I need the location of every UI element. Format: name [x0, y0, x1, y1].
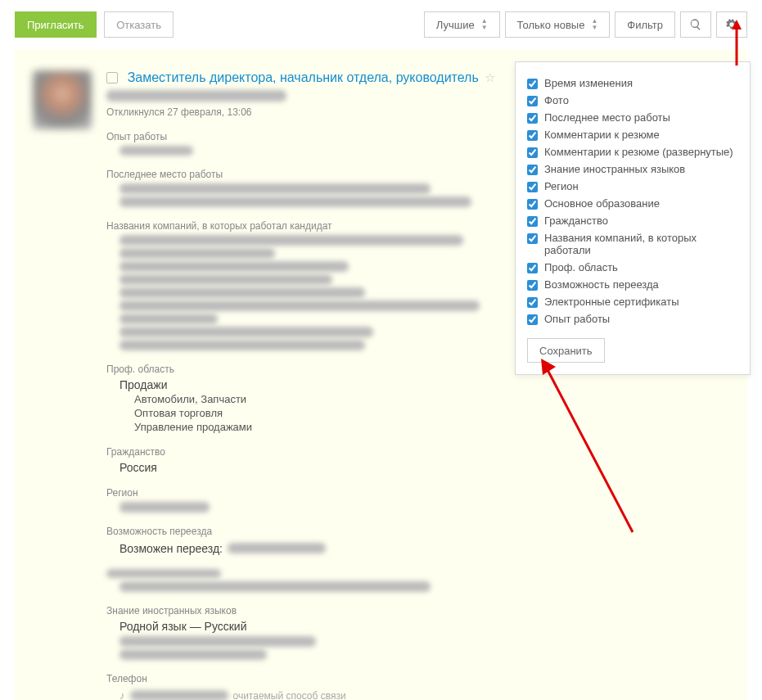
panel-option-label: Названия компаний, в которых работали [544, 232, 738, 256]
panel-option[interactable]: Проф. область [527, 261, 738, 273]
panel-option[interactable]: Названия компаний, в которых работали [527, 232, 738, 256]
panel-option-checkbox[interactable] [527, 297, 538, 308]
decline-button[interactable]: Отказать [104, 11, 174, 38]
filter-button[interactable]: Фильтр [615, 11, 675, 38]
avatar [33, 70, 92, 129]
panel-option-checkbox[interactable] [527, 280, 538, 291]
panel-option-checkbox[interactable] [527, 182, 538, 192]
sort-best-label: Лучшие [436, 19, 475, 31]
sort-best-dropdown[interactable]: Лучшие [424, 11, 500, 38]
panel-option[interactable]: Гражданство [527, 215, 738, 227]
panel-option[interactable]: Последнее место работы [527, 111, 738, 124]
relocation-heading: Возможность переезда [106, 526, 499, 537]
search-icon [689, 18, 702, 31]
relocation-value: Возможен переезд: [119, 542, 223, 555]
dropdown-arrows-icon [481, 18, 488, 31]
panel-option-checkbox[interactable] [527, 216, 538, 227]
panel-option-checkbox[interactable] [527, 314, 538, 325]
search-button[interactable] [680, 11, 711, 38]
education-heading [106, 569, 221, 578]
panel-option-label: Комментарии к резюме [544, 129, 660, 141]
citizenship-value: Россия [119, 461, 499, 474]
responded-date: Откликнулся 27 февраля, 13:06 [106, 106, 499, 118]
prof-area-sub: Управление продажами [134, 421, 499, 433]
panel-option-checkbox[interactable] [527, 79, 538, 89]
panel-option-label: Основное образование [544, 197, 660, 210]
panel-option-label: Проф. область [544, 261, 618, 273]
panel-option[interactable]: Основное образование [527, 197, 738, 210]
last-job-heading: Последнее место работы [106, 169, 499, 180]
phone-note: очитаемый способ связи [233, 690, 346, 701]
panel-option[interactable]: Комментарии к резюме [527, 129, 738, 141]
region-heading: Регион [106, 487, 499, 499]
languages-heading: Знание иностранных языков [106, 605, 499, 616]
invite-button[interactable]: Пригласить [15, 11, 97, 38]
panel-option-label: Знание иностранных языков [544, 163, 685, 175]
panel-option[interactable]: Фото [527, 94, 738, 106]
prof-area-sub: Автомобили, Запчасти [134, 393, 499, 405]
prof-area-value: Продажи [119, 378, 499, 391]
panel-option[interactable]: Опыт работы [527, 313, 738, 325]
select-resume-checkbox[interactable] [106, 72, 118, 84]
panel-option-checkbox[interactable] [527, 233, 538, 244]
panel-option-label: Последнее место работы [544, 111, 670, 124]
panel-option[interactable]: Время изменения [527, 77, 738, 89]
panel-option-label: Гражданство [544, 215, 608, 227]
panel-option[interactable]: Знание иностранных языков [527, 163, 738, 175]
panel-option[interactable]: Комментарии к резюме (развернутые) [527, 146, 738, 158]
panel-option-checkbox[interactable] [527, 263, 538, 273]
panel-option-checkbox[interactable] [527, 96, 538, 106]
panel-option-label: Электронные сертификаты [544, 296, 679, 308]
panel-items-container: Время измененияФотоПоследнее место работ… [527, 77, 738, 325]
resume-title-link[interactable]: Заместитель директора, начальник отдела,… [128, 70, 479, 84]
phone-icon: ♪ [119, 689, 125, 700]
panel-option-label: Время изменения [544, 77, 633, 89]
only-new-label: Только новые [517, 19, 585, 31]
panel-option[interactable]: Электронные сертификаты [527, 296, 738, 308]
panel-option[interactable]: Возможность переезда [527, 278, 738, 291]
citizenship-heading: Гражданство [106, 446, 499, 458]
settings-button[interactable] [716, 11, 747, 38]
panel-option-label: Опыт работы [544, 313, 610, 325]
dropdown-arrows-icon [591, 18, 597, 31]
panel-option-checkbox[interactable] [527, 199, 538, 210]
only-new-dropdown[interactable]: Только новые [505, 11, 611, 38]
prof-area-heading: Проф. область [106, 364, 499, 375]
panel-option-checkbox[interactable] [527, 130, 538, 141]
panel-option-checkbox[interactable] [527, 113, 538, 124]
panel-option-label: Возможность переезда [544, 278, 659, 291]
languages-value: Родной язык — Русский [119, 620, 499, 633]
favorite-star-icon[interactable]: ☆ [485, 70, 495, 84]
panel-option-checkbox[interactable] [527, 165, 538, 175]
phone-heading: Телефон [106, 673, 499, 684]
companies-heading: Названия компаний, в которых работал кан… [106, 220, 499, 232]
save-settings-button[interactable]: Сохранить [527, 338, 605, 363]
panel-option-label: Комментарии к резюме (развернутые) [544, 146, 733, 158]
resume-card: Заместитель директора, начальник отдела,… [15, 49, 747, 700]
columns-settings-panel: Время измененияФотоПоследнее место работ… [515, 61, 751, 375]
panel-option[interactable]: Регион [527, 180, 738, 192]
panel-option-label: Регион [544, 180, 579, 192]
panel-option-checkbox[interactable] [527, 147, 538, 158]
prof-area-sub: Оптовая торговля [134, 407, 499, 419]
top-toolbar: Пригласить Отказать Лучшие Только новые … [0, 0, 762, 49]
experience-heading: Опыт работы [106, 131, 499, 142]
panel-option-label: Фото [544, 94, 569, 106]
gear-icon [725, 18, 738, 31]
